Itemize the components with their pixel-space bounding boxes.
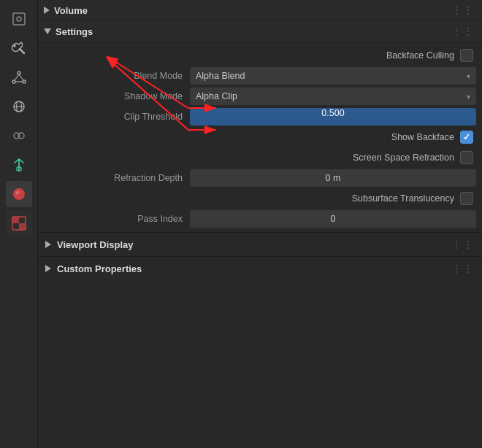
sidebar-icon-render[interactable]	[6, 35, 32, 61]
refraction-depth-value: 0 m	[326, 173, 341, 183]
subsurface-translucency-row: Subsurface Translucency	[44, 188, 476, 209]
svg-point-12	[18, 133, 24, 139]
svg-rect-18	[19, 223, 26, 230]
subsurface-translucency-label: Subsurface Translucency	[44, 193, 460, 204]
settings-label: Settings	[56, 26, 93, 37]
svg-line-5	[15, 74, 19, 80]
pass-index-value: 0	[331, 214, 336, 224]
blend-mode-arrow: ▾	[467, 72, 470, 80]
volume-label: Volume	[54, 5, 88, 16]
svg-point-1	[17, 17, 21, 21]
shadow-mode-value: Alpha Clip	[196, 91, 237, 101]
clip-threshold-label: Clip Threshold	[44, 112, 190, 122]
refraction-depth-label: Refraction Depth	[44, 173, 190, 183]
clip-threshold-input[interactable]: 0.500	[190, 108, 476, 125]
shadow-mode-arrow: ▾	[467, 93, 470, 101]
settings-section: Settings ⋮⋮ Backface Culling Blend Mode …	[38, 21, 482, 232]
viewport-display-label: Viewport Display	[57, 239, 134, 250]
pass-index-control: 0	[190, 210, 476, 228]
blend-mode-label: Blend Mode	[44, 71, 190, 81]
custom-properties-left: Custom Properties	[45, 263, 142, 274]
volume-collapse-icon	[44, 7, 50, 14]
custom-properties-section[interactable]: Custom Properties ⋮⋮	[38, 256, 482, 280]
shadow-mode-control: Alpha Clip ▾	[190, 88, 476, 105]
svg-rect-0	[13, 13, 25, 25]
svg-point-14	[13, 188, 25, 200]
screen-space-refraction-label: Screen Space Refraction	[44, 152, 460, 163]
sidebar-icon-scene[interactable]	[6, 6, 32, 32]
sidebar-icon-object[interactable]	[6, 64, 32, 90]
refraction-depth-row: Refraction Depth 0 m	[44, 168, 476, 188]
settings-dots-menu[interactable]: ⋮⋮	[451, 26, 475, 37]
show-backface-label: Show Backface	[44, 132, 460, 142]
settings-section-left: Settings	[44, 26, 93, 37]
shadow-mode-label: Shadow Mode	[44, 91, 190, 101]
svg-line-6	[19, 74, 23, 80]
sidebar-icon-physics[interactable]	[6, 93, 32, 120]
clip-threshold-value: 0.500	[321, 108, 344, 118]
volume-section-left: Volume	[44, 5, 88, 16]
sidebar	[0, 0, 38, 448]
screen-space-refraction-row: Screen Space Refraction	[44, 147, 476, 168]
screen-space-refraction-checkbox[interactable]	[460, 151, 473, 164]
sidebar-icon-material[interactable]	[6, 181, 32, 207]
clip-threshold-row: Clip Threshold 0.500	[44, 107, 476, 127]
backface-culling-checkbox[interactable]	[460, 49, 473, 62]
clip-threshold-control: 0.500	[190, 108, 476, 125]
pass-index-row: Pass Index 0	[44, 209, 476, 229]
custom-properties-label: Custom Properties	[57, 263, 142, 274]
viewport-display-section[interactable]: Viewport Display ⋮⋮	[38, 232, 482, 256]
backface-culling-row: Backface Culling	[44, 45, 476, 66]
subsurface-translucency-checkbox[interactable]	[460, 192, 473, 205]
show-backface-checkbox[interactable]	[460, 131, 473, 144]
refraction-depth-input[interactable]: 0 m	[190, 169, 476, 187]
svg-rect-17	[12, 217, 19, 223]
sidebar-icon-constraints[interactable]	[6, 123, 32, 149]
blend-mode-dropdown[interactable]: Alpha Blend ▾	[190, 67, 476, 85]
main-content: Volume ⋮⋮ Settings ⋮⋮ Backface Culling B…	[38, 0, 482, 448]
svg-point-2	[18, 72, 20, 74]
blend-mode-value: Alpha Blend	[196, 71, 245, 81]
blend-mode-row: Blend Mode Alpha Blend ▾	[44, 66, 476, 86]
sidebar-icon-data[interactable]	[6, 152, 32, 178]
sidebar-icon-shader[interactable]	[6, 210, 32, 236]
custom-properties-icon	[45, 265, 51, 272]
blend-mode-control: Alpha Blend ▾	[190, 67, 476, 85]
shadow-mode-row: Shadow Mode Alpha Clip ▾	[44, 86, 476, 107]
viewport-display-dots[interactable]: ⋮⋮	[451, 239, 475, 250]
custom-properties-dots[interactable]: ⋮⋮	[451, 263, 475, 274]
pass-index-label: Pass Index	[44, 214, 190, 224]
settings-section-header[interactable]: Settings ⋮⋮	[38, 21, 482, 42]
settings-collapse-icon	[44, 28, 51, 34]
viewport-display-left: Viewport Display	[45, 239, 134, 250]
backface-culling-label: Backface Culling	[44, 50, 460, 61]
svg-point-3	[12, 80, 15, 83]
pass-index-input[interactable]: 0	[190, 210, 476, 228]
svg-point-4	[23, 80, 26, 83]
settings-properties: Backface Culling Blend Mode Alpha Blend …	[38, 42, 482, 232]
volume-dots-menu[interactable]: ⋮⋮	[451, 4, 475, 16]
show-backface-row: Show Backface	[44, 127, 476, 147]
shadow-mode-dropdown[interactable]: Alpha Clip ▾	[190, 88, 476, 105]
volume-section-header[interactable]: Volume ⋮⋮	[38, 0, 482, 21]
viewport-display-icon	[45, 241, 51, 248]
refraction-depth-control: 0 m	[190, 169, 476, 187]
